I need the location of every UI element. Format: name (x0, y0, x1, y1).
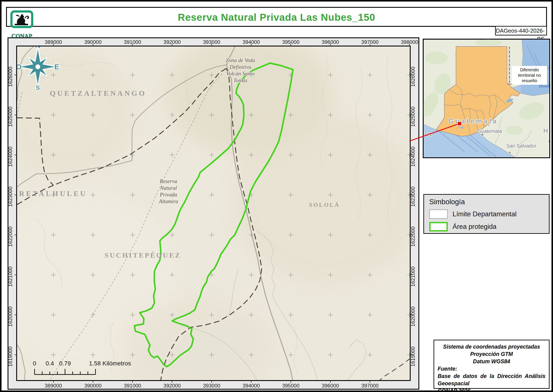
map-sheet: Reserva Natural Privada Las Nubes_150 CO… (0, 0, 553, 392)
axis-label: 397000 (361, 383, 379, 389)
axis-label: 1626000 (410, 67, 416, 87)
axis-label: 1622000 (7, 226, 13, 246)
axis-label: 393000 (203, 383, 220, 389)
source-line: CONAP 2026 (438, 387, 546, 392)
legend-label: Límite Departamental (453, 210, 517, 218)
scalebar-label: 0.79 (59, 360, 71, 367)
department-label: QUETZALTENANGO (50, 89, 146, 97)
place-label: Zona de Veda (226, 57, 255, 63)
axis-label: 394000 (242, 383, 260, 389)
source-line: Base de datos de la Dirección Análisis G… (438, 372, 546, 387)
axis-label: 395000 (282, 383, 299, 389)
conap-logo: CONAP (10, 10, 34, 33)
inset-country-label: Guatemala (449, 117, 498, 125)
conap-monkey-icon (10, 10, 34, 33)
axis-label: 1625000 (410, 106, 416, 127)
source-line: Fuente: (438, 365, 546, 372)
place-label: Altamira (159, 198, 178, 204)
header-bar: Reserva Natural Privada Las Nubes_150 CO… (6, 7, 547, 27)
department-label: SUCHITEPÉQUEZ (104, 251, 181, 259)
legend-swatch-protected (429, 222, 448, 231)
map-canvas: QUETZALTENANGORETALHULEUSUCHITEPÉQUEZSOL… (7, 37, 418, 390)
axis-label: 391000 (124, 383, 141, 389)
note-line: resuelto (513, 78, 546, 84)
place-label: Privada (160, 192, 177, 197)
inset-capital-label: Guatemala (478, 128, 502, 134)
axis-label: 1620000 (410, 306, 416, 327)
axis-label: 1623000 (7, 187, 13, 207)
source-line: Datum WGS84 (438, 358, 546, 365)
legend-item-protected: Área protegida (429, 222, 496, 231)
axis-label: 392000 (164, 383, 181, 389)
compass-s: S (36, 84, 40, 91)
place-label: Reserva (160, 178, 177, 184)
legend-swatch-departmental (429, 210, 448, 219)
source-info-box: Sistema de coordenadas proyectadas Proye… (434, 340, 550, 389)
axis-label: 396000 (322, 383, 339, 389)
axis-label: 390000 (84, 383, 102, 389)
place-label: Definitiva (229, 64, 251, 70)
department-label: SOLOLÁ (309, 202, 340, 208)
axis-label: 1624000 (7, 147, 13, 167)
source-line: Proyección GTM (438, 350, 546, 358)
inset-map: Guatemala Guatemala San Salvador Ho 721 … (423, 39, 550, 158)
inset-city-dot (509, 152, 511, 154)
inset-honduras-label: Ho (543, 127, 550, 134)
source-line: Sistema de coordenadas proyectadas (438, 343, 546, 350)
legend-label: Área protegida (453, 223, 496, 231)
map-title: Reserva Natural Privada Las Nubes_150 (7, 8, 546, 27)
inset-city-label: San Salvador (506, 143, 536, 149)
axis-label: 1619000 (410, 346, 416, 366)
axis-label: 1624000 (410, 147, 416, 167)
legend-title: Simbología (429, 198, 465, 206)
place-label: Natural (160, 185, 177, 191)
scalebar-label: 1.58 Kilómetros (89, 360, 131, 367)
note-line: territorial no (513, 73, 546, 78)
axis-label: 1621000 (7, 266, 13, 287)
axis-label: 1623000 (410, 187, 416, 207)
main-map: QUETZALTENANGORETALHULEUSUCHITEPÉQUEZSOL… (7, 37, 419, 390)
axis-label: 1619000 (7, 346, 13, 366)
inset-city-dot (548, 140, 550, 143)
doc-code-box: DAGeos-440-2026-BS (495, 26, 547, 35)
inset-road-label: 721 (424, 132, 432, 137)
legend-item-departmental: Límite Departamental (429, 210, 517, 219)
place-label: Tomás (234, 77, 247, 83)
inset-lake-atitlan (460, 127, 464, 129)
department-label: RETALHULEU (19, 189, 87, 197)
axis-label: 1625000 (7, 106, 13, 127)
legend-panel: Simbología Límite Departamental Área pro… (423, 194, 550, 234)
scalebar-label: 0 (33, 360, 36, 367)
scalebar-label: 0.4 (46, 360, 54, 367)
axis-label: 1622000 (410, 226, 416, 246)
inset-territorial-note: Diferendo territorial no resuelto (512, 66, 547, 85)
note-line: Diferendo (513, 67, 546, 73)
place-label: Volcán Santo (226, 71, 255, 77)
axis-label: 1620000 (7, 306, 13, 327)
axis-label: 1621000 (410, 266, 416, 287)
axis-label: 389000 (45, 383, 62, 389)
compass-e: E (55, 63, 59, 71)
axis-label: 1626000 (7, 67, 13, 87)
